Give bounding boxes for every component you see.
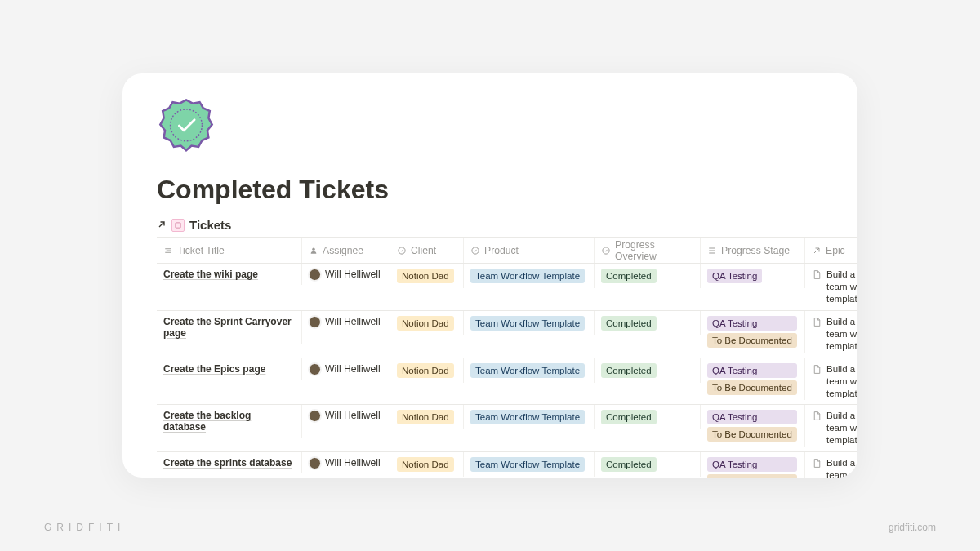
ticket-title-cell[interactable]: Create the wiki page [157,264,302,285]
person-column-icon [309,246,318,256]
table-row: Create the backlog databaseWill Helliwel… [157,405,858,452]
stage-tag: To Be Documented [707,333,797,348]
epic-link-text: Build a new team workflow template [826,410,858,447]
epic-cell[interactable]: Build a new team workflow template [805,405,858,451]
stage-cell[interactable]: QA TestingTo Be Documented [701,358,805,400]
ticket-title-cell[interactable]: Create the Epics page [157,358,302,380]
column-header-client[interactable]: Client [390,238,464,263]
product-cell[interactable]: Team Workflow Template [464,311,595,335]
epic-cell[interactable]: Build a new team workflow template [805,452,858,478]
ticket-database-icon [172,219,185,232]
avatar [309,269,321,281]
column-header-label: Product [484,245,519,256]
svg-point-2 [312,247,314,250]
multi-column-icon [707,246,717,256]
column-header-progress[interactable]: Progress Overview [595,238,701,263]
column-header-assignee[interactable]: Assignee [302,238,390,263]
column-header-stage[interactable]: Progress Stage [701,238,805,263]
progress-tag: Completed [601,269,657,283]
progress-tag: Completed [601,363,657,378]
linked-database-header[interactable]: Tickets [157,218,823,232]
assignee-name: Will Helliwell [325,363,381,375]
page-icon [812,410,822,423]
table-row: Create the Epics pageWill HelliwellNotio… [157,358,858,406]
stage-tag: QA Testing [707,363,797,378]
column-header-label: Assignee [323,245,363,256]
client-tag: Notion Dad [397,457,454,472]
product-cell[interactable]: Team Workflow Template [464,405,595,429]
assignee-name: Will Helliwell [325,457,381,469]
column-header-label: Progress Overview [615,239,693,262]
linked-database-label: Tickets [189,218,231,232]
progress-cell[interactable]: Completed [595,311,701,335]
progress-tag: Completed [601,457,657,472]
page-icon [812,457,822,470]
client-tag: Notion Dad [397,363,454,378]
page-icon-badge [157,96,216,155]
page-icon [812,316,822,329]
product-tag: Team Workflow Template [470,410,585,424]
client-cell[interactable]: Notion Dad [390,405,464,429]
stage-tag: To Be Documented [707,474,797,478]
client-cell[interactable]: Notion Dad [390,311,464,335]
client-tag: Notion Dad [397,269,454,283]
epic-cell[interactable]: Build a new team workflow template [805,264,858,310]
stage-cell[interactable]: QA TestingTo Be Documented [701,405,805,447]
progress-cell[interactable]: Completed [595,264,701,288]
relation-column-icon [812,246,822,256]
assignee-cell[interactable]: Will Helliwell [302,311,390,333]
table-header-row: Ticket TitleAssigneeClientProductProgres… [157,238,858,264]
client-cell[interactable]: Notion Dad [390,358,464,383]
ticket-title-cell[interactable]: Create the Sprint Carryover page [157,311,302,344]
stage-cell[interactable]: QA Testing [701,264,805,288]
arrow-upright-icon [157,218,167,232]
progress-tag: Completed [601,410,657,424]
ticket-title-cell[interactable]: Create the sprints database [157,452,302,473]
epic-link-text: Build a new team workflow template [826,457,858,478]
select-column-icon [601,246,611,256]
assignee-cell[interactable]: Will Helliwell [302,405,390,427]
watermark-right: gridfiti.com [889,522,936,533]
progress-tag: Completed [601,316,657,331]
column-header-title[interactable]: Ticket Title [157,238,302,263]
assignee-name: Will Helliwell [325,316,381,327]
product-tag: Team Workflow Template [470,316,585,331]
progress-cell[interactable]: Completed [595,405,701,429]
select-column-icon [397,246,407,256]
stage-tag: To Be Documented [707,380,797,395]
progress-cell[interactable]: Completed [595,452,701,477]
assignee-cell[interactable]: Will Helliwell [302,264,390,286]
stage-tag: QA Testing [707,269,762,283]
column-header-label: Ticket Title [177,245,225,256]
epic-link-text: Build a new team workflow template [826,363,858,400]
avatar [309,457,321,469]
app-window: Completed Tickets Tickets Ticket TitleAs… [122,73,858,478]
ticket-title-cell[interactable]: Create the backlog database [157,405,302,438]
progress-cell[interactable]: Completed [595,358,701,383]
assignee-name: Will Helliwell [325,269,381,280]
avatar [309,410,321,422]
table-row: Create the wiki pageWill HelliwellNotion… [157,264,858,311]
column-header-label: Progress Stage [721,245,790,256]
avatar [309,363,321,375]
epic-cell[interactable]: Build a new team workflow template [805,311,858,358]
product-cell[interactable]: Team Workflow Template [464,358,595,383]
page-icon [812,269,822,282]
product-tag: Team Workflow Template [470,457,585,472]
page-icon [812,363,822,376]
client-cell[interactable]: Notion Dad [390,452,464,477]
stage-cell[interactable]: QA TestingTo Be Documented [701,452,805,478]
product-cell[interactable]: Team Workflow Template [464,452,595,477]
column-header-product[interactable]: Product [464,238,595,263]
assignee-cell[interactable]: Will Helliwell [302,452,390,474]
epic-cell[interactable]: Build a new team workflow template [805,358,858,405]
watermark-left: GRIDFITI [44,522,125,533]
assignee-cell[interactable]: Will Helliwell [302,358,390,380]
client-cell[interactable]: Notion Dad [390,264,464,288]
avatar [309,316,321,328]
client-tag: Notion Dad [397,316,454,331]
stage-cell[interactable]: QA TestingTo Be Documented [701,311,805,353]
table-row: Create the sprints databaseWill Helliwel… [157,452,858,478]
column-header-epic[interactable]: Epic [805,238,858,263]
product-cell[interactable]: Team Workflow Template [464,264,595,288]
